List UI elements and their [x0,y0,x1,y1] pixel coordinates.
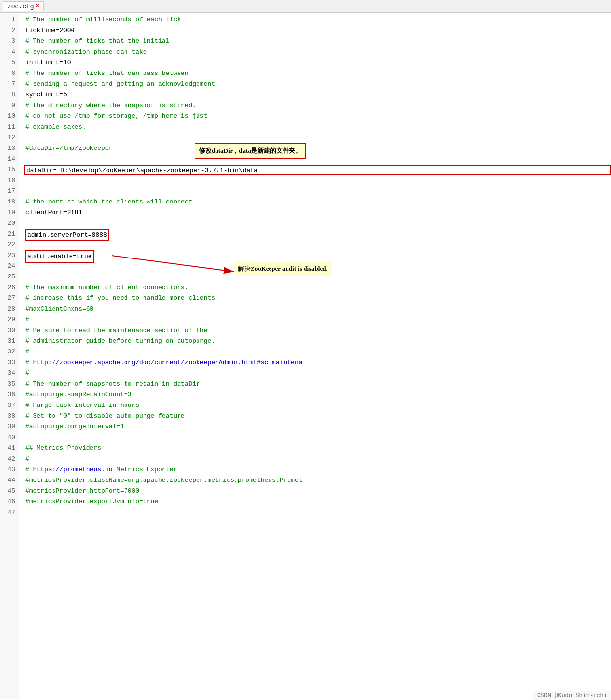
file-tab[interactable]: zoo.cfg × [3,1,44,11]
line-number: 38 [0,411,19,422]
line-number: 17 [0,186,19,197]
tab-label: zoo.cfg [7,3,34,10]
code-line: # Purge task interval in hours [25,400,611,411]
code-line [25,132,611,143]
line-number: 32 [0,347,19,357]
line-number: 26 [0,282,19,293]
line-number: 6 [0,68,19,79]
line-number: 15 [0,165,19,175]
line-number: 42 [0,454,19,464]
code-line: #metricsProvider.exportJvmInfo=true [25,497,611,507]
code-line: # The number of milliseconds of each tic… [25,15,611,25]
code-line: # https://prometheus.io Metrics Exporter [25,464,611,475]
window-bar: zoo.cfg × [0,0,611,13]
line-number: 30 [0,325,19,336]
code-line: # example sakes. [25,122,611,132]
line-number: 10 [0,111,19,122]
line-number: 29 [0,314,19,325]
line-number: 46 [0,497,19,507]
code-line: #dataDir=/tmp/zookeeper [25,143,611,154]
code-line: # Be sure to read the maintenance sectio… [25,325,611,336]
code-line [25,432,611,443]
code-line: # sending a request and getting an ackno… [25,79,611,90]
line-number: 47 [0,507,19,518]
line-number: 31 [0,336,19,347]
code-line [25,175,611,186]
line-number: 12 [0,132,19,143]
code-line: # [25,454,611,464]
line-number: 2 [0,25,19,36]
line-number: 23 [0,250,19,261]
code-line: # synchronization phase can take [25,47,611,57]
code-line: # the maximum number of client connectio… [25,282,611,293]
code-line [25,186,611,197]
code-line: # do not use /tmp for storage, /tmp here… [25,111,611,122]
code-line: # the directory where the snapshot is st… [25,100,611,111]
line-number: 39 [0,422,19,432]
code-line: admin.serverPort=8888 [25,229,611,239]
line-number: 43 [0,464,19,475]
line-number: 25 [0,272,19,282]
code-line: #metricsProvider.className=org.apache.zo… [25,475,611,486]
code-line [25,239,611,250]
line-number: 24 [0,261,19,272]
code-line: tickTime=2000 [25,25,611,36]
line-number: 8 [0,90,19,100]
line-number: 36 [0,389,19,400]
line-number: 41 [0,443,19,454]
code-line: # [25,314,611,325]
code-line: clientPort=2181 [25,207,611,218]
line-number: 22 [0,239,19,250]
code-line: # The number of ticks that can pass betw… [25,68,611,79]
code-line: #autopurge.snapRetainCount=3 [25,389,611,400]
code-area[interactable]: # The number of milliseconds of each tic… [19,13,611,699]
code-line: initLimit=10 [25,57,611,68]
zookeeper-admin-link[interactable]: http://zookeeper.apache.org/doc/current/… [33,359,303,366]
line-numbers: 1234567891011121314151617181920212223242… [0,13,19,699]
prometheus-link[interactable]: https://prometheus.io [33,466,113,473]
line-number: 35 [0,379,19,389]
code-line: #autopurge.purgeInterval=1 [25,422,611,432]
code-line: # the port at which the clients will con… [25,197,611,207]
line-number: 44 [0,475,19,486]
code-line: # [25,368,611,379]
line-number: 19 [0,207,19,218]
line-number: 33 [0,357,19,368]
code-line: audit.enable=true [25,250,611,261]
code-line: ## Metrics Providers [25,443,611,454]
line-number: 13 [0,143,19,154]
line-number: 11 [0,122,19,132]
code-line: # increase this if you need to handle mo… [25,293,611,304]
line-number: 14 [0,154,19,165]
line-number: 28 [0,304,19,314]
code-line: #maxClientCnxns=60 [25,304,611,314]
line-number: 37 [0,400,19,411]
code-line: # [25,347,611,357]
line-number: 5 [0,57,19,68]
line-number: 4 [0,47,19,57]
code-line: # http://zookeeper.apache.org/doc/curren… [25,357,611,368]
line-number: 20 [0,218,19,229]
code-line: # Set to "0" to disable auto purge featu… [25,411,611,422]
datadir-annotation: 修改dataDir，data是新建的文件夹。 [195,143,306,159]
code-line [25,507,611,518]
tab-close-icon[interactable]: × [36,3,39,10]
code-line: #metricsProvider.httpPort=7000 [25,486,611,497]
line-number: 3 [0,36,19,47]
code-line: syncLimit=5 [25,90,611,100]
line-number: 9 [0,100,19,111]
line-number: 40 [0,432,19,443]
code-line: # The number of snapshots to retain in d… [25,379,611,389]
statusbar: CSDN @Kudō Shin-ichi [533,691,611,700]
code-line: # The number of ticks that the initial [25,36,611,47]
line-number: 18 [0,197,19,207]
code-line [25,218,611,229]
audit-annotation: 解决ZooKeeper audit is disabled. [234,261,332,276]
code-line: dataDir= D:\develop\ZooKeeper\apache-zoo… [24,165,611,175]
line-number: 21 [0,229,19,239]
editor-container: 1234567891011121314151617181920212223242… [0,13,611,699]
line-number: 34 [0,368,19,379]
line-number: 1 [0,15,19,25]
code-line [25,154,611,165]
line-number: 27 [0,293,19,304]
